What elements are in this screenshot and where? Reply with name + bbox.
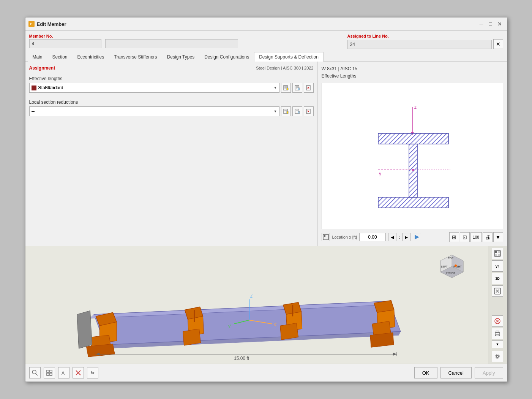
svg-text:TOP: TOP xyxy=(448,257,453,260)
svg-marker-19 xyxy=(298,111,300,114)
svg-text:15.00 ft: 15.00 ft xyxy=(234,356,249,361)
tabs-bar: Main Section Eccentricities Transverse S… xyxy=(25,52,507,62)
3d-view: z' x' y' xyxy=(25,246,507,364)
svg-rect-80 xyxy=(498,251,500,253)
edit-member-dialog: E Edit Member ─ □ ✕ Member No. Assigned … xyxy=(25,17,507,382)
svg-rect-96 xyxy=(47,370,49,372)
section-info: W 8x31 | AISC 15 Effective Lengths xyxy=(322,65,503,80)
bottom-formula-btn[interactable]: fx xyxy=(87,367,98,378)
member-no-label: Member No. xyxy=(29,34,101,38)
frame-right-btn[interactable]: ⊡ xyxy=(460,232,470,242)
bottom-measure-btn[interactable]: A xyxy=(58,367,69,378)
view-3d-print-btn[interactable] xyxy=(492,328,503,339)
top-fields: Member No. Assigned to Line No. ✕ xyxy=(25,31,507,52)
view-3d-print-down-btn[interactable]: ▼ xyxy=(492,340,503,348)
3d-beam-svg: z' x' y' xyxy=(25,246,488,364)
section-line2: Effective Lengths xyxy=(322,73,503,80)
local-section-new-btn[interactable] xyxy=(281,106,291,116)
tab-design-configurations[interactable]: Design Configurations xyxy=(199,52,254,62)
ibeam-svg: z xyxy=(355,95,469,217)
svg-text:y': y' xyxy=(228,324,231,328)
location-view-btn[interactable] xyxy=(322,233,330,241)
section-line1: W 8x31 | AISC 15 xyxy=(322,65,503,73)
bottom-search-btn[interactable] xyxy=(29,367,41,378)
svg-text:x': x' xyxy=(273,322,276,326)
svg-marker-4 xyxy=(287,88,288,90)
zoom-100-btn[interactable]: 100 xyxy=(470,232,482,242)
view-3d-y-btn[interactable]: y↑ xyxy=(492,260,503,272)
effective-lengths-controls: 3 - Standard 3 - Standard xyxy=(29,83,314,93)
effective-lengths-edit-btn[interactable] xyxy=(292,83,302,93)
effective-lengths-new-btn[interactable] xyxy=(281,83,291,93)
member-no-input[interactable] xyxy=(29,39,101,48)
assigned-line-label: Assigned to Line No. xyxy=(347,34,503,38)
dialog-title: Edit Member xyxy=(37,21,477,27)
svg-point-92 xyxy=(496,355,499,358)
svg-line-95 xyxy=(36,374,38,375)
local-section-controls: -- -- xyxy=(29,106,314,116)
svg-marker-16 xyxy=(287,111,288,114)
svg-marker-58 xyxy=(280,323,298,340)
assigned-line-edit-btn[interactable]: ✕ xyxy=(493,39,503,49)
assignment-subtitle: Steel Design | AISC 360 | 2022 xyxy=(256,66,313,70)
tab-section[interactable]: Section xyxy=(47,52,73,62)
location-go-btn[interactable] xyxy=(413,233,421,241)
assigned-line-group: Assigned to Line No. ✕ xyxy=(347,34,503,49)
view-3d-btn4[interactable] xyxy=(492,285,503,297)
frame-left-btn[interactable]: ⊞ xyxy=(449,232,459,242)
print-dropdown-btn[interactable]: ▼ xyxy=(493,232,503,242)
maximize-button[interactable]: □ xyxy=(486,20,495,28)
local-section-delete-btn[interactable] xyxy=(304,106,314,116)
apply-button[interactable]: Apply xyxy=(475,367,503,378)
view-3d-edit-btn[interactable] xyxy=(492,315,503,327)
tab-transverse-stiffeners[interactable]: Transverse Stiffeners xyxy=(109,52,162,62)
minimize-button[interactable]: ─ xyxy=(477,20,486,28)
bottom-grid-btn[interactable] xyxy=(44,367,55,378)
view-3d-settings-btn[interactable] xyxy=(492,351,503,362)
local-section-label: Local section reductions xyxy=(29,100,314,105)
svg-rect-97 xyxy=(50,370,52,372)
ok-button[interactable]: OK xyxy=(414,367,437,378)
title-bar: E Edit Member ─ □ ✕ xyxy=(25,17,507,31)
local-section-select[interactable]: -- xyxy=(29,106,279,116)
view-3d-3d-btn[interactable]: 3D xyxy=(492,273,503,284)
svg-rect-82 xyxy=(498,254,500,256)
svg-marker-35 xyxy=(415,235,419,239)
svg-text:y: y xyxy=(379,171,381,176)
effective-lengths-dropdown-wrapper: 3 - Standard 3 - Standard xyxy=(29,83,279,93)
effective-lengths-label: Effective lengths xyxy=(29,76,314,81)
bottom-delete-btn[interactable] xyxy=(73,367,84,378)
content-area: Assignment Steel Design | AISC 360 | 202… xyxy=(25,62,507,246)
3d-view-main: z' x' y' xyxy=(25,246,488,364)
svg-point-93 xyxy=(495,354,500,359)
svg-rect-98 xyxy=(47,373,49,375)
effective-lengths-delete-btn[interactable] xyxy=(304,83,314,93)
member-name-input[interactable] xyxy=(105,39,238,48)
local-section-edit-btn[interactable] xyxy=(292,106,302,116)
tab-main[interactable]: Main xyxy=(28,52,47,62)
svg-marker-50 xyxy=(77,310,92,348)
svg-rect-79 xyxy=(495,251,497,253)
tab-eccentricities[interactable]: Eccentricities xyxy=(73,52,109,62)
assigned-line-input[interactable] xyxy=(347,40,492,49)
location-label: Location x [ft] xyxy=(332,235,357,239)
tab-design-types[interactable]: Design Types xyxy=(162,52,200,62)
close-button[interactable]: ✕ xyxy=(496,20,504,28)
svg-point-94 xyxy=(32,370,36,374)
svg-marker-62 xyxy=(370,332,394,347)
cancel-button[interactable]: Cancel xyxy=(440,367,472,378)
nav-cube-area: TOP RIGHT LEFT FRONT xyxy=(435,249,467,282)
view-3d-btn1[interactable] xyxy=(492,248,503,259)
effective-lengths-select[interactable]: 3 - Standard xyxy=(29,83,279,93)
tab-design-supports-deflection[interactable]: Design Supports & Deflection xyxy=(254,52,324,62)
svg-rect-34 xyxy=(324,235,325,237)
print-btn[interactable]: 🖨 xyxy=(483,232,493,242)
svg-text:A: A xyxy=(62,370,65,376)
member-no-group: Member No. xyxy=(29,34,101,49)
svg-rect-99 xyxy=(50,373,52,375)
local-section-row: Local section reductions -- -- xyxy=(29,100,314,116)
location-input[interactable] xyxy=(359,233,386,241)
location-step-up-btn[interactable]: ▶ xyxy=(402,233,410,241)
location-step-down-btn[interactable]: ◀ xyxy=(388,233,396,241)
svg-rect-81 xyxy=(495,254,497,256)
